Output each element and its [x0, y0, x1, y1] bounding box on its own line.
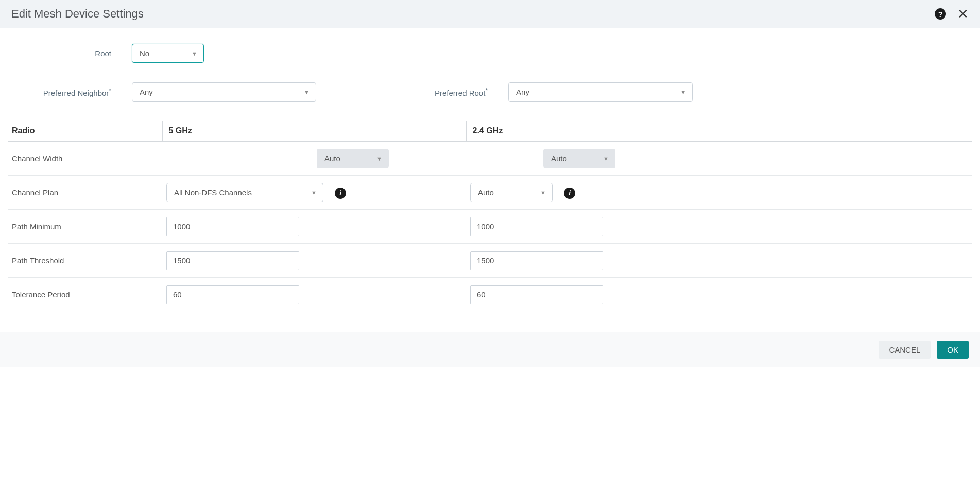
path-minimum-5ghz-input[interactable]	[166, 217, 299, 236]
path-minimum-row: Path Minimum	[8, 210, 972, 244]
channel-plan-24ghz-value: Auto	[478, 188, 494, 197]
chevron-down-icon: ▼	[603, 156, 609, 162]
info-icon[interactable]: i	[564, 188, 575, 199]
path-minimum-24ghz-cell	[466, 210, 972, 244]
root-row: Root No ▼	[0, 44, 980, 63]
channel-width-label: Channel Width	[8, 141, 162, 176]
chevron-down-icon: ▼	[192, 51, 197, 57]
band24-header: 2.4 GHz	[466, 121, 972, 141]
path-threshold-5ghz-input[interactable]	[166, 251, 299, 270]
channel-width-5ghz-select[interactable]: Auto ▼	[317, 149, 389, 168]
pref-root-label: Preferred Root*	[435, 87, 508, 97]
info-icon[interactable]: i	[335, 188, 346, 199]
path-threshold-5ghz-cell	[162, 244, 466, 278]
pref-root-value: Any	[516, 88, 529, 96]
path-minimum-label: Path Minimum	[8, 210, 162, 244]
chevron-down-icon: ▼	[376, 156, 382, 162]
channel-plan-label: Channel Plan	[8, 176, 162, 210]
path-minimum-5ghz-cell	[162, 210, 466, 244]
tolerance-period-5ghz-cell	[162, 278, 466, 312]
channel-plan-5ghz-select[interactable]: All Non-DFS Channels ▼	[166, 183, 323, 202]
tolerance-period-24ghz-cell	[466, 278, 972, 312]
channel-plan-5ghz-cell: All Non-DFS Channels ▼ i	[162, 176, 466, 210]
ok-button[interactable]: OK	[937, 341, 969, 359]
channel-plan-24ghz-cell: Auto ▼ i	[466, 176, 972, 210]
channel-plan-24ghz-select[interactable]: Auto ▼	[470, 183, 553, 202]
table-header-row: Radio 5 GHz 2.4 GHz	[8, 121, 972, 141]
channel-width-24ghz-select[interactable]: Auto ▼	[543, 149, 615, 168]
dialog-footer: CANCEL OK	[0, 332, 980, 367]
chevron-down-icon: ▼	[540, 190, 546, 196]
pref-neighbor-select[interactable]: Any ▼	[132, 82, 316, 102]
pref-neighbor-value: Any	[140, 88, 153, 96]
path-threshold-24ghz-input[interactable]	[470, 251, 603, 270]
channel-width-row: Channel Width Auto ▼ Auto ▼	[8, 141, 972, 176]
channel-plan-5ghz-value: All Non-DFS Channels	[174, 188, 252, 197]
channel-plan-row: Channel Plan All Non-DFS Channels ▼ i Au…	[8, 176, 972, 210]
channel-width-5ghz-cell: Auto ▼	[162, 141, 466, 176]
asterisk-icon: *	[485, 87, 488, 94]
path-minimum-24ghz-input[interactable]	[470, 217, 603, 236]
preferred-row: Preferred Neighbor* Any ▼ Preferred Root…	[0, 82, 980, 102]
tolerance-period-5ghz-input[interactable]	[166, 285, 299, 304]
channel-width-5ghz-value: Auto	[324, 154, 340, 163]
tolerance-period-label: Tolerance Period	[8, 278, 162, 312]
root-select-value: No	[140, 49, 149, 58]
pref-root-select[interactable]: Any ▼	[508, 82, 693, 102]
close-icon[interactable]: ✕	[957, 7, 969, 21]
root-select[interactable]: No ▼	[132, 44, 204, 63]
path-threshold-label: Path Threshold	[8, 244, 162, 278]
radio-header: Radio	[8, 121, 162, 141]
tolerance-period-row: Tolerance Period	[8, 278, 972, 312]
cancel-button[interactable]: CANCEL	[879, 341, 931, 359]
chevron-down-icon: ▼	[311, 190, 317, 196]
root-label: Root	[10, 49, 132, 58]
channel-width-24ghz-value: Auto	[551, 154, 567, 163]
path-threshold-row: Path Threshold	[8, 244, 972, 278]
pref-neighbor-label: Preferred Neighbor*	[10, 87, 132, 97]
dialog-header: Edit Mesh Device Settings ? ✕	[0, 0, 980, 28]
dialog-title: Edit Mesh Device Settings	[11, 7, 144, 21]
band5-header: 5 GHz	[162, 121, 466, 141]
dialog-content: Root No ▼ Preferred Neighbor* Any ▼ Pref…	[0, 28, 980, 311]
chevron-down-icon: ▼	[304, 89, 310, 95]
chevron-down-icon: ▼	[680, 89, 686, 95]
path-threshold-24ghz-cell	[466, 244, 972, 278]
help-icon[interactable]: ?	[935, 8, 946, 20]
radio-table: Radio 5 GHz 2.4 GHz Channel Width Auto ▼…	[8, 121, 972, 311]
header-actions: ? ✕	[935, 7, 969, 21]
asterisk-icon: *	[109, 87, 111, 94]
channel-width-24ghz-cell: Auto ▼	[466, 141, 972, 176]
tolerance-period-24ghz-input[interactable]	[470, 285, 603, 304]
